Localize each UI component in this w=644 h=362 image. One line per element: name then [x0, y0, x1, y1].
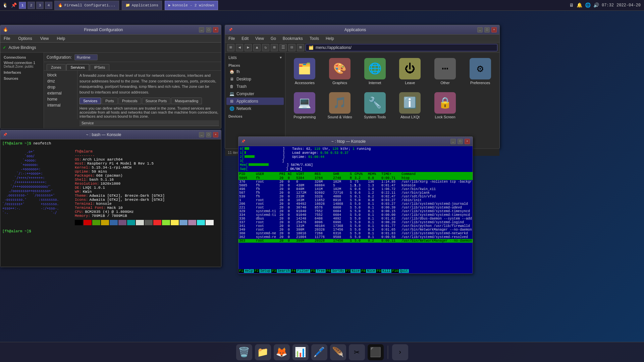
- sidebar-applications[interactable]: ⊞ Applications: [226, 98, 284, 105]
- sidebar-network[interactable]: 🌐 Network: [226, 105, 284, 112]
- apps-address-bar[interactable]: 🗂️ menu://applications/: [306, 44, 497, 51]
- apps-minimize-btn[interactable]: _: [477, 27, 483, 33]
- sidebar-fh[interactable]: 🏠 fh: [226, 68, 284, 75]
- app-lock-screen[interactable]: 🔒 Lock Screen: [429, 90, 461, 121]
- workspace-2[interactable]: 2: [28, 2, 35, 9]
- htop-process-row-13[interactable]: 341 root 20 0 131M 40184 17368 S 5.0 0.1…: [238, 224, 473, 228]
- taskbar-applications[interactable]: 📁 Applications: [122, 1, 162, 10]
- apps-view1-btn[interactable]: ⊞: [271, 44, 278, 51]
- dock-terminal[interactable]: ⬛: [368, 344, 384, 360]
- htop-process-row-5[interactable]: 539 fh 20 0 233M 3328 4008 S 0.1 0.2 0:0…: [238, 195, 473, 198]
- zone-external[interactable]: external: [45, 90, 76, 96]
- ports-subtab[interactable]: Ports: [102, 98, 118, 104]
- htop-console-content[interactable]: 0[ ] Tasks: 62, 119 thr, 126 kthr; 1 run…: [238, 146, 473, 274]
- apps-view3-btn[interactable]: ⊟: [288, 44, 296, 51]
- apps-menu-go[interactable]: Go: [269, 36, 277, 42]
- workspace-4[interactable]: 4: [45, 2, 52, 9]
- apps-menu-file[interactable]: File: [227, 36, 236, 42]
- zone-internal[interactable]: internal: [45, 102, 76, 108]
- htop-process-row-8[interactable]: 221 root 20 0 30740 8576 6860 S 5.0 0.1 …: [238, 206, 473, 209]
- zone-drop[interactable]: drop: [45, 84, 76, 90]
- apps-up-btn[interactable]: ▲: [253, 44, 261, 51]
- taskbar-firewall[interactable]: 🔥 Firewall Configurati...: [54, 1, 119, 10]
- firewall-close-btn[interactable]: ×: [213, 27, 218, 33]
- bash-minimize-btn[interactable]: _: [199, 132, 204, 137]
- htop-process-row-7[interactable]: 206 root 20 0 49492 16028 14868 S 5.0 0.…: [238, 202, 473, 206]
- htop-maximize-btn[interactable]: □: [458, 139, 463, 144]
- masquerading-subtab[interactable]: Masquerading: [171, 98, 202, 104]
- htop-process-row-15[interactable]: 360 systemd-ne 20 0 18016 7268 6316 S 5.…: [238, 232, 473, 235]
- app-preferences[interactable]: ⚙️ Preferences: [464, 56, 496, 87]
- fkey-f3[interactable]: F3Search: [271, 268, 291, 274]
- sidebar-computer[interactable]: 💻 Computer: [226, 90, 284, 98]
- source-ports-subtab[interactable]: Source Ports: [142, 98, 171, 104]
- ipsets-tab[interactable]: IPSets: [90, 64, 109, 70]
- protocols-subtab[interactable]: Protocols: [118, 98, 141, 104]
- start-icon[interactable]: 🐧: [1, 2, 9, 9]
- dock-trash[interactable]: 🗑️: [236, 344, 252, 360]
- apps-view2-btn[interactable]: ☰: [279, 44, 287, 51]
- bash-close-btn[interactable]: ×: [213, 132, 218, 137]
- wired-connection-item[interactable]: Wired connection 1 Default Zone: public: [2, 60, 42, 69]
- fkey-f1[interactable]: F1Help: [238, 268, 254, 274]
- apps-new-tab-btn[interactable]: ⊞: [227, 44, 234, 51]
- htop-process-row-12[interactable]: 337 root 20 0 25476 8096 6996 S 5.0 0.1 …: [238, 221, 473, 224]
- firewall-menu-options[interactable]: Options: [17, 36, 33, 42]
- fkey-f10[interactable]: F10Quit: [391, 268, 409, 274]
- taskbar-konsole[interactable]: ▶ konsole - 2 windows: [165, 1, 218, 10]
- config-dropdown[interactable]: Runtime: [74, 54, 98, 60]
- pin-icon[interactable]: 📌: [10, 2, 17, 9]
- firewall-minimize-btn[interactable]: _: [199, 27, 204, 33]
- htop-process-row-4[interactable]: 507 fh 20 0 1272M 92692 72716 S 0.6 1.2 …: [238, 191, 473, 195]
- services-tab[interactable]: Services: [66, 64, 89, 70]
- fkey-f5[interactable]: F5Tree: [310, 268, 326, 274]
- htop-process-row-6[interactable]: 1 root 20 0 163M 11652 8916 S 5.0 0.0 0:…: [238, 198, 473, 202]
- app-about-lxqt[interactable]: ℹ️ About LXQt: [394, 90, 426, 121]
- fkey-f7[interactable]: F7Nice: [345, 268, 361, 274]
- apps-menu-tools[interactable]: Tools: [308, 36, 320, 42]
- dock-app5[interactable]: 🖊️: [311, 344, 327, 360]
- dock-app6[interactable]: 🪶: [330, 344, 346, 360]
- app-system-tools[interactable]: 🔧 System Tools: [359, 90, 391, 121]
- fkey-f8[interactable]: F8Nice: [361, 268, 376, 274]
- htop-process-row-16[interactable]: 362 systemd-re 20 0 21004 11776 9588 S 5…: [238, 235, 473, 239]
- bash-pin-btn[interactable]: 📌: [3, 133, 7, 137]
- firewall-maximize-btn[interactable]: □: [206, 27, 211, 33]
- zone-block[interactable]: block: [45, 72, 76, 78]
- htop-process-row-14[interactable]: 349 root 20 0 398M 20328 17456 S 5.0 0.3…: [238, 228, 473, 232]
- apps-menu-bookmarks[interactable]: Bookmarks: [281, 36, 304, 42]
- sidebar-desktop[interactable]: 🖥 Desktop: [226, 75, 284, 83]
- dock-scissors[interactable]: ✂️: [349, 344, 365, 360]
- apps-menu-edit[interactable]: Edit: [240, 36, 250, 42]
- zones-tab[interactable]: Zones: [47, 64, 66, 70]
- firewall-menu-view[interactable]: View: [39, 36, 50, 42]
- apps-view4-btn[interactable]: ⊠: [297, 44, 304, 51]
- zone-home[interactable]: home: [45, 96, 76, 102]
- htop-process-row-2[interactable]: 5085 fh 20 0 438M 88884 S 1.3 1.3 1.3 0:…: [238, 184, 473, 187]
- bash-console-content[interactable]: [fh@alarm ~]$ neofetch .o+' `ooo/ `+oooo…: [0, 139, 221, 267]
- zone-dmz[interactable]: dmz: [45, 78, 76, 84]
- firewall-menu-file[interactable]: File: [2, 36, 11, 42]
- app-graphics[interactable]: 🎨 Graphics: [324, 56, 356, 87]
- apps-forward-btn[interactable]: ▶: [245, 44, 252, 51]
- apps-maximize-btn[interactable]: □: [484, 27, 490, 33]
- fkey-f4[interactable]: F4Filter: [291, 268, 310, 274]
- apps-pin-btn[interactable]: 📌: [228, 27, 233, 33]
- htop-close-btn[interactable]: ×: [465, 139, 470, 144]
- dock-more[interactable]: ›: [392, 344, 408, 360]
- config-select[interactable]: Runtime: [74, 54, 98, 60]
- htop-pin-btn[interactable]: 📌: [241, 139, 245, 143]
- htop-process-row-17[interactable]: 363 root 20 0 398M 20328 17456 S 5.0 0.2…: [238, 239, 473, 243]
- app-programming[interactable]: 💻 Programming: [289, 90, 321, 121]
- apps-close-btn[interactable]: ×: [491, 27, 497, 33]
- sidebar-trash[interactable]: 🗑 Trash: [226, 83, 284, 90]
- htop-process-row-10[interactable]: 334 systemd-ti 20 0 91040 7552 6604 S 5.…: [238, 213, 473, 217]
- workspace-1[interactable]: 1: [19, 2, 26, 9]
- services-subtab[interactable]: Services: [79, 98, 101, 104]
- fkey-f2[interactable]: F2Setup: [254, 268, 271, 274]
- fkey-f9[interactable]: F9Kill: [376, 268, 391, 274]
- apps-menu-view[interactable]: View: [254, 36, 265, 42]
- htop-process-row-9[interactable]: 329 systemd-ti 20 0 91040 7552 6604 S 5.…: [238, 209, 473, 213]
- workspace-3[interactable]: 3: [36, 2, 44, 9]
- htop-process-row-11[interactable]: 336 dbus 20 0 14248 6408 4892 S 5.0 0.1 …: [238, 217, 473, 221]
